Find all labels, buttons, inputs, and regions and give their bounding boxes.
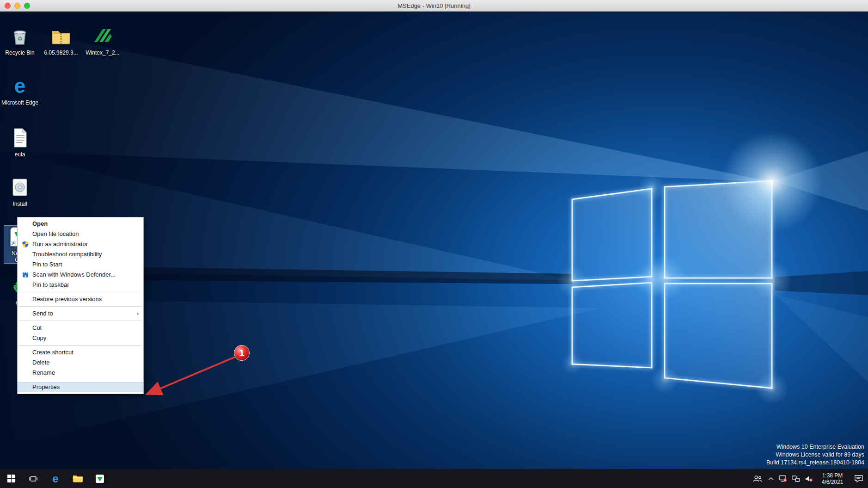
icon-label: Install xyxy=(0,201,40,207)
uac-shield-icon xyxy=(22,241,29,248)
wintex-logo-icon xyxy=(92,25,114,47)
chevron-up-icon xyxy=(768,477,774,481)
taskbar-file-explorer-button[interactable] xyxy=(67,469,89,488)
vm-window: MSEdge - Win10 [Running] xyxy=(0,0,868,488)
menu-item-create-shortcut[interactable]: Create shortcut xyxy=(18,347,143,358)
icon-label: Recycle Bin xyxy=(0,49,40,56)
close-window-button[interactable] xyxy=(5,3,11,9)
menu-separator xyxy=(18,292,142,292)
svg-text:e: e xyxy=(14,75,25,97)
volume-muted-icon xyxy=(805,476,813,482)
tray-volume-status[interactable] xyxy=(802,469,815,488)
vm-window-title: MSEdge - Win10 [Running] xyxy=(0,2,868,9)
action-center-button[interactable] xyxy=(850,469,868,488)
show-hidden-icons-button[interactable] xyxy=(765,469,776,488)
network-icon xyxy=(792,476,800,482)
menu-separator xyxy=(18,380,142,380)
action-center-icon xyxy=(854,475,863,483)
display-error-icon xyxy=(779,475,787,482)
defender-icon xyxy=(22,271,29,278)
system-info-line: Build 17134.rs4_release.180410-1804 xyxy=(766,459,864,467)
desktop-icon-install[interactable]: Install xyxy=(0,176,40,207)
icon-label: Microsoft Edge xyxy=(0,99,40,106)
menu-item-copy[interactable]: Copy xyxy=(18,333,143,343)
menu-item-rename[interactable]: Rename xyxy=(18,368,143,378)
icon-label: Wintex_7_2... xyxy=(83,49,122,56)
menu-item-label: Send to xyxy=(32,310,53,317)
menu-separator xyxy=(18,321,142,321)
recycle-bin-icon: ♻ xyxy=(9,25,31,47)
menu-item-label: Scan with Windows Defender... xyxy=(32,271,116,278)
edge-icon: e xyxy=(52,473,58,484)
menu-item-open[interactable]: Open xyxy=(18,219,143,229)
menu-item-scan-with-windows-defender[interactable]: Scan with Windows Defender... xyxy=(18,270,143,280)
desktop-icon-zip[interactable]: 6.05.9829.3... xyxy=(41,25,81,56)
clock-time: 1:38 PM xyxy=(816,472,849,479)
people-button[interactable] xyxy=(750,469,765,488)
system-info-line: Windows 10 Enterprise Evaluation xyxy=(766,443,864,451)
menu-item-send-to[interactable]: Send to › xyxy=(18,309,143,319)
svg-text:♻: ♻ xyxy=(17,35,23,42)
menu-item-delete[interactable]: Delete xyxy=(18,358,143,368)
taskbar-net2-button[interactable] xyxy=(89,469,111,488)
task-view-icon xyxy=(29,474,38,483)
menu-item-open-file-location[interactable]: Open file location xyxy=(18,229,143,239)
installer-icon xyxy=(9,176,31,198)
minimize-window-button[interactable] xyxy=(14,3,20,9)
icon-label: 6.05.9829.3... xyxy=(41,49,81,56)
system-info-line: Windows License valid for 89 days xyxy=(766,451,864,459)
tray-network-status[interactable] xyxy=(789,469,802,488)
desktop-icon-eula[interactable]: eula xyxy=(0,127,40,158)
desktop-icon-edge[interactable]: e Microsoft Edge xyxy=(0,75,40,106)
zip-folder-icon xyxy=(50,25,72,47)
taskbar-clock[interactable]: 1:38 PM 4/6/2021 xyxy=(815,472,850,485)
windows-start-icon xyxy=(7,474,16,483)
desktop-icon-recycle-bin[interactable]: ♻ Recycle Bin xyxy=(0,25,40,56)
desktop-icon-wintex[interactable]: Wintex_7_2... xyxy=(83,25,122,56)
menu-item-restore-previous-versions[interactable]: Restore previous versions xyxy=(18,294,143,304)
task-view-button[interactable] xyxy=(22,469,44,488)
menu-item-properties[interactable]: Properties xyxy=(18,382,143,392)
system-info: Windows 10 Enterprise Evaluation Windows… xyxy=(766,443,864,467)
start-button[interactable] xyxy=(0,469,22,488)
taskbar: e xyxy=(0,469,868,488)
menu-separator xyxy=(18,345,142,346)
menu-item-cut[interactable]: Cut xyxy=(18,323,143,333)
vm-titlebar: MSEdge - Win10 [Running] xyxy=(0,0,868,12)
net2-app-icon xyxy=(95,474,104,483)
menu-separator xyxy=(18,306,142,307)
people-icon xyxy=(752,475,763,482)
submenu-arrow-icon: › xyxy=(137,309,139,319)
menu-item-pin-to-start[interactable]: Pin to Start xyxy=(18,259,143,270)
icon-label: eula xyxy=(0,151,40,158)
text-document-icon xyxy=(9,127,31,149)
menu-item-run-as-administrator[interactable]: Run as administrator xyxy=(18,239,143,249)
context-menu: Open Open file location Run as administr… xyxy=(17,217,144,394)
clock-date: 4/6/2021 xyxy=(816,479,849,485)
menu-item-pin-to-taskbar[interactable]: Pin to taskbar xyxy=(18,280,143,290)
menu-item-label: Run as administrator xyxy=(32,241,88,247)
zoom-window-button[interactable] xyxy=(24,3,30,9)
tray-display-status[interactable] xyxy=(776,469,789,488)
file-explorer-icon xyxy=(73,474,83,483)
taskbar-edge-button[interactable]: e xyxy=(44,469,67,488)
menu-item-troubleshoot-compatibility[interactable]: Troubleshoot compatibility xyxy=(18,249,143,259)
edge-icon: e xyxy=(9,75,31,97)
